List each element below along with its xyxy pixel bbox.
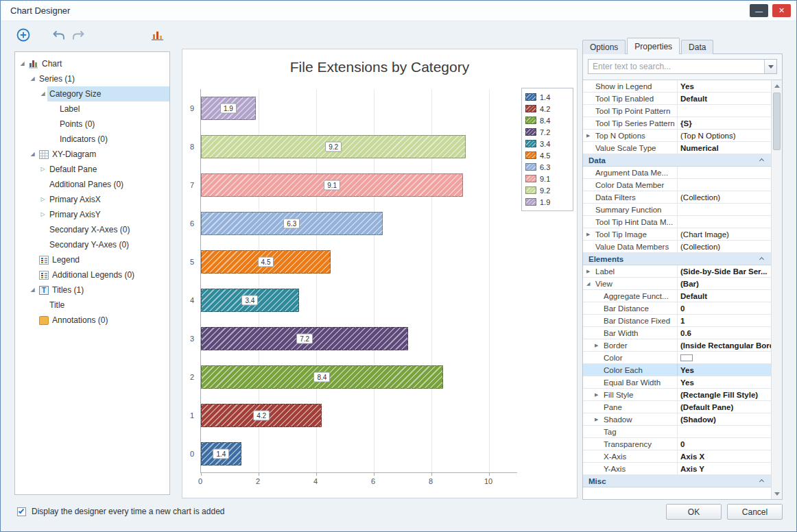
property-row-tool-tip-point-pattern[interactable]: Tool Tip Point Pattern [583, 105, 771, 117]
series-bar[interactable]: 8.4 [201, 365, 443, 389]
series-bar[interactable]: 4.5 [201, 250, 331, 274]
tab-properties[interactable]: Properties [627, 38, 680, 54]
property-row-show-in-legend[interactable]: Show in LegendYes [583, 80, 771, 93]
property-value[interactable]: (Top N Options) [678, 130, 771, 141]
property-value[interactable]: 0 [678, 302, 771, 314]
property-row-tool-tip-enabled[interactable]: Tool Tip EnabledDefault [583, 93, 771, 105]
property-row-data-filters[interactable]: Data Filters(Collection) [583, 191, 771, 204]
property-value[interactable]: Default [678, 290, 771, 302]
property-value[interactable]: Numerical [678, 142, 771, 154]
collapse-chevron-icon[interactable] [759, 479, 764, 484]
series-bar[interactable]: 1.9 [201, 97, 256, 120]
legend-item[interactable]: 9.1 [525, 173, 569, 184]
tree-expander-icon[interactable]: ◢ [38, 86, 47, 101]
display-designer-checkbox[interactable] [17, 507, 26, 516]
property-category-elements[interactable]: Elements [583, 253, 771, 265]
property-value[interactable]: 1 [678, 315, 771, 326]
legend-item[interactable]: 9.2 [525, 184, 569, 196]
tree-expander-icon[interactable]: ◢ [28, 71, 37, 86]
property-value[interactable]: (Shadow) [678, 413, 771, 425]
property-row-border[interactable]: ▶Border(Inside Rectangular Bord... [583, 339, 771, 352]
legend-item[interactable]: 1.4 [525, 91, 569, 103]
minimize-button[interactable]: — [750, 4, 768, 17]
series-bar[interactable]: 9.2 [201, 135, 466, 158]
property-row-y-axis[interactable]: Y-AxisAxis Y [583, 463, 771, 475]
property-expander-icon[interactable]: ▶ [595, 392, 598, 398]
property-value[interactable]: Yes [678, 364, 771, 376]
property-value[interactable]: {S} [678, 117, 771, 129]
legend-item[interactable]: 6.3 [525, 161, 569, 173]
property-value[interactable]: Yes [678, 80, 771, 92]
tree-expander-icon[interactable]: ◢ [28, 147, 37, 162]
tree-item-label[interactable]: Label [15, 101, 169, 117]
property-value[interactable]: (Default Pane) [678, 401, 771, 413]
tab-options[interactable]: Options [582, 40, 626, 54]
series-bar[interactable]: 9.1 [201, 173, 463, 197]
property-expander-icon[interactable]: ▶ [586, 269, 590, 274]
chart-title[interactable]: File Extensions by Category [182, 59, 577, 75]
tree-item-chart[interactable]: ◢Chart [15, 56, 169, 71]
color-swatch[interactable] [680, 354, 693, 361]
property-value[interactable] [678, 204, 771, 215]
chart-legend[interactable]: 1.44.28.47.23.44.56.39.19.21.9 [521, 88, 573, 211]
tree-expander-icon[interactable]: ◢ [28, 282, 37, 298]
legend-item[interactable]: 8.4 [525, 114, 569, 126]
tree-item-title[interactable]: Title [15, 298, 169, 313]
property-value[interactable] [678, 179, 771, 191]
property-value[interactable]: (Collection) [678, 191, 771, 203]
property-value[interactable] [678, 216, 771, 228]
tree-expander-icon[interactable]: ▷ [38, 192, 47, 207]
property-value[interactable]: (Chart Image) [678, 228, 771, 240]
redo-button[interactable] [69, 26, 87, 44]
property-value[interactable]: (Inside Rectangular Bord... [678, 339, 771, 351]
property-expander-icon[interactable]: ▶ [595, 343, 598, 348]
property-row-transparency[interactable]: Transparency0 [583, 438, 771, 450]
property-category-misc[interactable]: Misc [583, 475, 771, 487]
collapse-chevron-icon[interactable] [759, 257, 764, 262]
property-value[interactable]: 0.6 [678, 327, 771, 339]
legend-item[interactable]: 4.5 [525, 149, 569, 161]
tree-item-additional-panes-0[interactable]: Additional Panes (0) [15, 177, 169, 192]
tree-item-secondary-x-axes-0[interactable]: Secondary X-Axes (0) [15, 222, 169, 237]
series-bar[interactable]: 6.3 [201, 212, 383, 235]
tab-data[interactable]: Data [681, 40, 713, 54]
scrollbar-thumb[interactable] [773, 93, 781, 150]
tree-item-primary-axisx[interactable]: ▷Primary AxisX [15, 192, 169, 207]
property-row-summary-function[interactable]: Summary Function [583, 204, 771, 216]
tree-item-annotations-0[interactable]: Annotations (0) [15, 313, 169, 328]
property-row-label[interactable]: ▶Label(Side-by-Side Bar Ser... [583, 265, 771, 278]
property-row-bar-distance-fixed[interactable]: Bar Distance Fixed1 [583, 315, 771, 327]
property-value[interactable] [678, 352, 771, 363]
property-value[interactable]: Default [678, 93, 771, 104]
legend-item[interactable]: 4.2 [525, 103, 569, 114]
property-value[interactable]: (Side-by-Side Bar Ser... [678, 265, 771, 277]
tree-item-titles-1[interactable]: ◢TTitles (1) [15, 282, 169, 298]
tree-item-secondary-y-axes-0[interactable]: Secondary Y-Axes (0) [15, 237, 169, 252]
close-button[interactable]: ✕ [772, 4, 791, 17]
property-row-view[interactable]: ◢View(Bar) [583, 278, 771, 290]
tree-item-default-pane[interactable]: ▷Default Pane [15, 162, 169, 177]
scrollbar-up-button[interactable] [772, 80, 782, 91]
property-row-pane[interactable]: Pane(Default Pane) [583, 401, 771, 413]
tree-item-additional-legends-0[interactable]: Additional Legends (0) [15, 267, 169, 282]
tree-item-indicators-0[interactable]: Indicators (0) [15, 132, 169, 147]
search-input[interactable] [588, 60, 764, 73]
property-row-value-data-members[interactable]: Value Data Members(Collection) [583, 241, 771, 253]
property-row-color-data-member[interactable]: Color Data Member [583, 179, 771, 191]
property-row-tag[interactable]: Tag [583, 426, 771, 438]
property-row-color[interactable]: Color [583, 352, 771, 364]
series-bar[interactable]: 3.4 [201, 289, 299, 312]
property-value[interactable]: (Bar) [678, 278, 771, 289]
property-row-shadow[interactable]: ▶Shadow(Shadow) [583, 413, 771, 426]
scrollbar-down-button[interactable] [772, 488, 782, 499]
series-bar[interactable]: 1.4 [201, 442, 241, 466]
tree-item-legend[interactable]: Legend [15, 252, 169, 267]
property-value[interactable]: Axis Y [678, 463, 771, 474]
legend-item[interactable]: 7.2 [525, 126, 569, 138]
property-expander-icon[interactable]: ▶ [586, 133, 590, 138]
property-expander-icon[interactable]: ▶ [595, 417, 598, 422]
ok-button[interactable]: OK [666, 504, 722, 520]
property-row-x-axis[interactable]: X-AxisAxis X [583, 450, 771, 463]
tree-item-xy-diagram[interactable]: ◢XY-Diagram [15, 147, 169, 162]
property-value[interactable]: (Collection) [678, 241, 771, 252]
